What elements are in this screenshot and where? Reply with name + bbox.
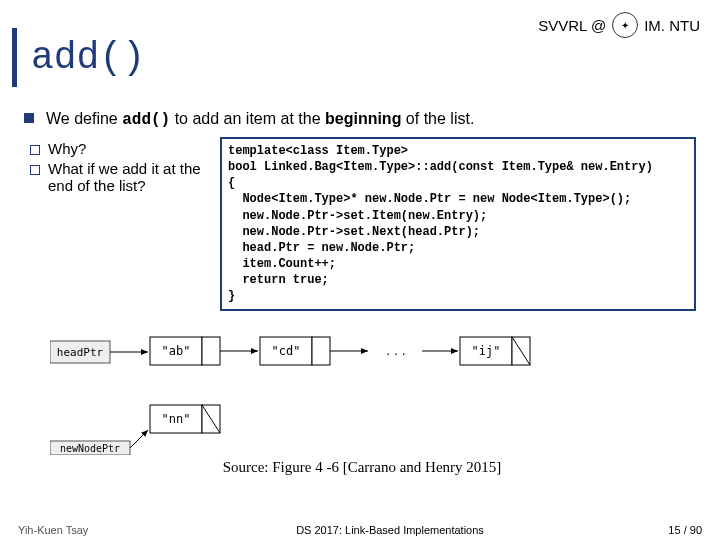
main-bullet-text: We define add() to add an item at the be… xyxy=(46,107,474,133)
headptr-label: headPtr xyxy=(57,346,104,359)
footer-course: DS 2017: Link-Based Implementations xyxy=(158,524,622,536)
svg-rect-6 xyxy=(312,337,330,365)
ntu-logo-icon: ✦ xyxy=(612,12,638,38)
svg-rect-3 xyxy=(202,337,220,365)
text-pre: We define xyxy=(46,110,122,127)
ellipsis: . . . xyxy=(386,342,405,358)
newnodeptr-label: newNodePtr xyxy=(60,443,120,454)
text-post: of the list. xyxy=(401,110,474,127)
org-right: IM. NTU xyxy=(644,17,700,34)
code-snippet: template<class Item.Type> bool Linked.Ba… xyxy=(220,137,696,311)
slide-content: We define add() to add an item at the be… xyxy=(0,87,720,476)
footer-author: Yih-Kuen Tsay xyxy=(18,524,158,536)
hollow-bullet-icon xyxy=(30,165,40,175)
linked-list-diagram: headPtr "ab" "cd" . . . "ij" "nn" xyxy=(50,325,700,455)
sub-bullet-2: What if we add it at the end of the list… xyxy=(30,160,212,194)
columns: Why? What if we add it at the end of the… xyxy=(24,137,700,311)
text-mid: to add an item at the xyxy=(170,110,325,127)
sub-bullet-1: Why? xyxy=(30,140,212,157)
node-ab: "ab" xyxy=(162,344,191,358)
figure-caption: Source: Figure 4 -6 [Carrano and Henry 2… xyxy=(24,459,700,476)
node-ij: "ij" xyxy=(472,344,501,358)
org-left: SVVRL @ xyxy=(538,17,606,34)
footer-page: 15 / 90 xyxy=(622,524,702,536)
text-code: add() xyxy=(122,111,170,129)
header-org: SVVRL @ ✦ IM. NTU xyxy=(538,12,700,38)
hollow-bullet-icon xyxy=(30,145,40,155)
slide-footer: Yih-Kuen Tsay DS 2017: Link-Based Implem… xyxy=(0,524,720,536)
sub-column: Why? What if we add it at the end of the… xyxy=(24,137,212,197)
diagram-svg: headPtr "ab" "cd" . . . "ij" "nn" xyxy=(50,325,690,455)
main-bullet: We define add() to add an item at the be… xyxy=(24,107,700,133)
sub-text-1: Why? xyxy=(48,140,86,157)
text-bold: beginning xyxy=(325,110,401,127)
square-bullet-icon xyxy=(24,113,34,123)
sub-text-2: What if we add it at the end of the list… xyxy=(48,160,212,194)
node-cd: "cd" xyxy=(272,344,301,358)
svg-line-16 xyxy=(130,430,148,448)
node-nn: "nn" xyxy=(162,412,191,426)
slide-title: add() xyxy=(31,36,720,79)
